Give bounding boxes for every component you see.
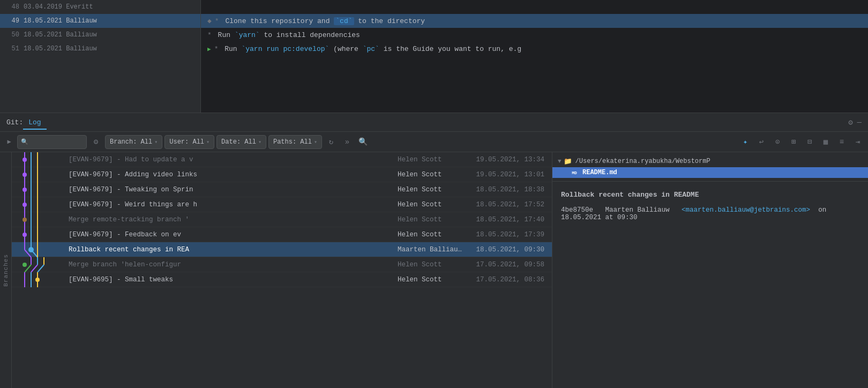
collapse-btn[interactable]: ⇥ [851, 135, 865, 149]
commit-message-3: [EVAN-9679] - Weird things are h [69, 201, 393, 208]
editor-content: ◆ * Clone this repository and `cd` to th… [201, 0, 868, 113]
git-log-tab[interactable]: Log [23, 116, 46, 129]
settings-btn[interactable]: ⚙ [89, 135, 103, 149]
commit-date-1: 19.05.2021, 13:01 [463, 171, 549, 178]
editor-line-48 [201, 0, 868, 14]
commit-author-3: Helen Scott [393, 201, 463, 208]
editor-line-50: * Run `yarn` to install dependencies [201, 28, 868, 42]
search-icon: 🔍 [21, 138, 28, 145]
tree-folder-path: /Users/ekaterina.ryabukha/WebstormP [575, 158, 710, 165]
commit-row-6[interactable]: Rollback recent changes in REA Maarten B… [12, 242, 552, 257]
commit-row-5[interactable]: [EVAN-9679] - Feedback on ev Helen Scott… [12, 227, 552, 242]
commit-row-2[interactable]: [EVAN-9679] - Tweaking on Sprin Helen Sc… [12, 182, 552, 197]
svg-point-11 [23, 188, 27, 192]
commit-author-email[interactable]: <maarten.balliauw@jetbrains.com> [682, 206, 810, 214]
commit-message-5: [EVAN-9679] - Feedback on ev [69, 231, 393, 238]
svg-point-36 [23, 263, 27, 267]
commit-author-6: Maarten Balliauw* [393, 246, 463, 253]
paths-filter[interactable]: Paths: All ▾ [268, 135, 322, 149]
file-tree: ▼ 📁 /Users/ekaterina.ryabukha/WebstormP … [552, 152, 868, 182]
git-bar: Git: Log ⚙ — [0, 113, 868, 132]
tree-file-readme[interactable]: MD README.md [552, 167, 868, 178]
svg-point-19 [23, 218, 27, 222]
commit-date-4: 18.05.2021, 17:40 [463, 216, 549, 223]
search-input[interactable] [28, 138, 77, 146]
graph-col-3 [15, 197, 69, 212]
undo-btn[interactable]: ↩ [754, 135, 768, 149]
gutter-line-48: 48 03.04.2019 Everitt [0, 0, 200, 14]
git-settings-icon[interactable]: ⚙ [848, 118, 852, 127]
commit-row-7[interactable]: Merge branch 'helen-configur Helen Scott… [12, 257, 552, 272]
filter2-btn[interactable]: ⊟ [803, 135, 817, 149]
paths-chevron-icon: ▾ [314, 139, 317, 145]
branch-filter[interactable]: Branch: All ▾ [105, 135, 162, 149]
toolbar: ▶ 🔍 ⚙ Branch: All ▾ User: All ▾ Date: Al… [0, 132, 868, 152]
editor-line-49: ◆ * Clone this repository and `cd` to th… [201, 14, 868, 28]
commit-details: Rollback recent changes in README 4be875… [552, 182, 868, 388]
commit-row-8[interactable]: [EVAN-9695] - Small tweaks Helen Scott 1… [12, 272, 552, 287]
svg-point-29 [28, 247, 34, 252]
sidebar-collapse-btn[interactable]: ▶ [3, 136, 15, 148]
svg-point-3 [23, 158, 27, 162]
commit-message-6: Rollback recent changes in REA [69, 246, 393, 253]
commit-row-3[interactable]: [EVAN-9679] - Weird things are h Helen S… [12, 197, 552, 212]
file-md-icon: MD [570, 169, 579, 176]
paths-filter-label: Paths: All [273, 138, 312, 146]
commit-details-title: Rollback recent changes in README [561, 190, 859, 200]
commit-author-2: Helen Scott [393, 186, 463, 193]
graph-col-6 [15, 242, 69, 257]
gutter-line-51: 51 18.05.2021 Balliauw [0, 42, 200, 56]
user-chevron-icon: ▾ [206, 139, 209, 145]
editor-area: 48 03.04.2019 Everitt 49 18.05.2021 Ball… [0, 0, 868, 113]
refresh-btn[interactable]: ↻ [324, 135, 338, 149]
date-chevron-icon: ▾ [258, 139, 261, 145]
commit-message-7: Merge branch 'helen-configur [69, 261, 393, 268]
commit-row-1[interactable]: [EVAN-9679] - Adding video links Helen S… [12, 167, 552, 182]
commit-row-0[interactable]: [EVAN-9679] - Had to update a v Helen Sc… [12, 152, 552, 167]
commit-message-1: [EVAN-9679] - Adding video links [69, 171, 393, 178]
gutter-line-50: 50 18.05.2021 Balliauw [0, 28, 200, 42]
editor-gutter: 48 03.04.2019 Everitt 49 18.05.2021 Ball… [0, 0, 201, 113]
right-panel: ▼ 📁 /Users/ekaterina.ryabukha/WebstormP … [552, 152, 868, 388]
date-filter-label: Date: All [221, 138, 256, 146]
gutter-line-49: 49 18.05.2021 Balliauw [0, 14, 200, 28]
svg-line-34 [31, 265, 38, 272]
more-btn[interactable]: » [340, 135, 354, 149]
commit-date-5: 18.05.2021, 17:39 [463, 231, 549, 238]
git-minimize-icon[interactable]: — [857, 118, 862, 126]
sort-asc-btn[interactable]: ≡ [835, 135, 849, 149]
date-filter[interactable]: Date: All ▾ [216, 135, 266, 149]
commit-date-7: 17.05.2021, 09:58 [463, 261, 549, 268]
pin-btn[interactable]: ✦ [738, 135, 752, 149]
svg-point-23 [23, 233, 27, 237]
commit-date-2: 18.05.2021, 18:38 [463, 186, 549, 193]
commit-message-2: [EVAN-9679] - Tweaking on Sprin [69, 186, 393, 193]
user-filter[interactable]: User: All ▾ [164, 135, 214, 149]
commit-date-8: 17.05.2021, 08:36 [463, 276, 549, 283]
branch-filter-label: Branch: All [110, 138, 152, 146]
svg-point-40 [35, 278, 40, 282]
search-box[interactable]: 🔍 [17, 135, 87, 149]
main-content: Branches [EVAN-9679] - Had to update a v… [0, 152, 868, 388]
branch-chevron-icon: ▾ [154, 139, 158, 145]
commit-message-4: Merge remote-tracking branch ' [69, 216, 393, 223]
commit-author-1: Helen Scott [393, 171, 463, 178]
graph-col-5 [15, 227, 69, 242]
layout-btn[interactable]: ▦ [819, 135, 833, 149]
commit-date-3: 18.05.2021, 17:52 [463, 201, 549, 208]
tree-folder-chevron-icon: ▼ [558, 158, 562, 165]
graph-col-0 [15, 152, 69, 167]
svg-point-7 [23, 173, 27, 177]
editor-line-51: ▶ * Run `yarn run pc:develop` (where `pc… [201, 42, 868, 56]
commit-author-8: Helen Scott [393, 276, 463, 283]
commit-row-4[interactable]: Merge remote-tracking branch ' Helen Sco… [12, 212, 552, 227]
history-btn[interactable]: ⊙ [770, 135, 784, 149]
tree-file-name: README.md [582, 169, 617, 176]
grid-btn[interactable]: ⊞ [787, 135, 800, 149]
commit-author-5: Helen Scott [393, 231, 463, 238]
graph-col-2 [15, 182, 69, 197]
graph-col-4 [15, 212, 69, 227]
search-btn[interactable]: 🔍 [356, 135, 370, 149]
commit-date-6: 18.05.2021, 09:30 [463, 246, 549, 253]
tree-folder-row[interactable]: ▼ 📁 /Users/ekaterina.ryabukha/WebstormP [552, 155, 868, 167]
